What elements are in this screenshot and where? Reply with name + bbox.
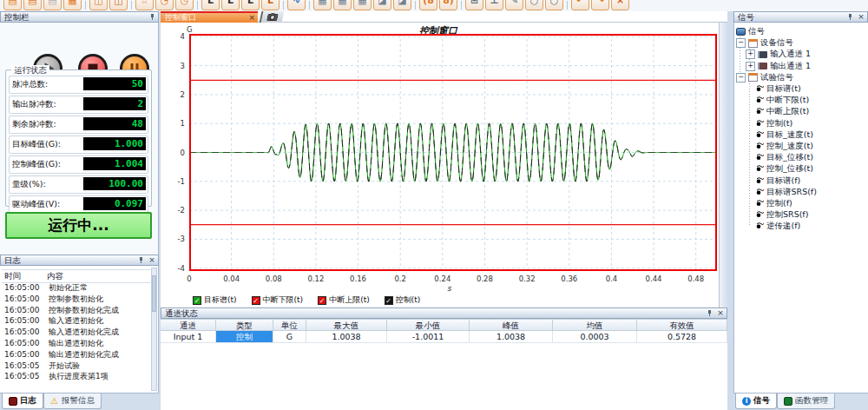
axis-icon[interactable]: ⊥ bbox=[485, 0, 503, 10]
tree-node[interactable]: 控制SRS(f) bbox=[746, 209, 808, 221]
close-icon[interactable]: × bbox=[148, 256, 156, 265]
plot-area[interactable] bbox=[189, 34, 717, 271]
tab-信号[interactable]: i信号 bbox=[735, 393, 777, 409]
log-row: 16:05:00初始化正常 bbox=[2, 282, 150, 294]
tree-node[interactable]: 中断下限(t) bbox=[746, 95, 809, 106]
wave-file-icon[interactable]: ∿ bbox=[287, 0, 306, 10]
tab-close-icon[interactable]: × bbox=[248, 13, 255, 22]
tree-node[interactable]: 控制(f) bbox=[746, 198, 792, 209]
log-scrollbar[interactable] bbox=[151, 268, 157, 391]
tab-label: 报警信息 bbox=[62, 395, 95, 407]
output-channel-icon bbox=[758, 63, 767, 69]
legend-item: ✓目标谱(t) bbox=[193, 294, 237, 306]
zoom-in-icon[interactable]: ○ bbox=[525, 0, 543, 10]
column-header: 峰值 bbox=[470, 319, 553, 331]
info-icon: i bbox=[742, 397, 751, 406]
x-tick-label: 0.36 bbox=[555, 274, 584, 283]
table-row[interactable]: Input 1控制G1.0038-1.00111.00380.00030.572… bbox=[161, 331, 727, 343]
clock-icon[interactable]: ◷ bbox=[175, 0, 194, 10]
tab-报警信息[interactable]: ⚠报警信息 bbox=[43, 393, 102, 409]
window-layout-icon[interactable]: ⊞ bbox=[465, 0, 483, 10]
open-file-icon[interactable]: ▤ bbox=[23, 0, 42, 10]
edit-icon[interactable]: ✎ bbox=[505, 0, 523, 10]
running-status-indicator: 运行中... bbox=[5, 212, 152, 239]
zoom-out-icon[interactable]: ○ bbox=[545, 0, 563, 10]
expand-icon[interactable]: + bbox=[746, 62, 755, 71]
table-grid-icon[interactable]: ▦ bbox=[353, 0, 372, 10]
log-row: 16:05:00控制参数初始化 bbox=[2, 294, 150, 305]
favorite-icon[interactable]: ☆ bbox=[135, 0, 154, 10]
close-icon[interactable]: × bbox=[716, 309, 725, 318]
status-field: 脉冲总数:50 bbox=[9, 76, 148, 94]
tree-node[interactable]: 目标谱(f) bbox=[746, 175, 800, 187]
tree-node[interactable]: 控制_速度(t) bbox=[746, 141, 813, 152]
file-add-icon[interactable]: ▦ bbox=[63, 0, 82, 10]
gauge-icon[interactable]: ◔ bbox=[155, 0, 174, 10]
pin-icon[interactable] bbox=[136, 256, 145, 265]
pin-icon[interactable] bbox=[845, 13, 854, 22]
legend-checkbox[interactable]: ✓ bbox=[252, 296, 260, 305]
tree-node[interactable]: 目标谱SRS(f) bbox=[746, 187, 817, 198]
legend-checkbox[interactable]: ✓ bbox=[193, 296, 201, 305]
cursor-hand-icon[interactable]: L bbox=[261, 0, 279, 10]
tree-node[interactable]: +输出通道 1 bbox=[746, 61, 811, 72]
log-message: 输出通道初始化 bbox=[44, 338, 103, 349]
chart-view-icon[interactable]: ◪ bbox=[373, 0, 391, 10]
tree-node[interactable]: 控制_位移(t) bbox=[746, 163, 813, 175]
tree-node[interactable]: 中断上限(t) bbox=[746, 106, 809, 117]
save-icon[interactable]: ◫ bbox=[89, 0, 108, 10]
delete-icon[interactable]: × bbox=[611, 0, 629, 10]
legend-label: 目标谱(t) bbox=[204, 294, 237, 306]
undo-icon[interactable]: ↶ bbox=[571, 0, 589, 10]
tree-node[interactable]: +输入通道 1 bbox=[746, 49, 811, 60]
pin-icon[interactable] bbox=[148, 13, 156, 22]
toolbar-separator bbox=[567, 1, 568, 10]
tab-control-window[interactable]: 控制窗口 × bbox=[161, 11, 258, 23]
file-disabled-icon[interactable]: ▤ bbox=[43, 0, 62, 10]
log-row: 16:05:00输出通道初始化完成 bbox=[2, 349, 150, 360]
tree-node[interactable]: 信号 bbox=[736, 26, 765, 37]
collapse-icon[interactable]: − bbox=[736, 73, 746, 83]
save-all-icon[interactable]: ◫ bbox=[109, 0, 128, 10]
log-time: 16:05:00 bbox=[2, 294, 44, 305]
legend-checkbox[interactable]: ✓ bbox=[385, 296, 393, 305]
tree-node-label: 控制(t) bbox=[766, 118, 792, 129]
document-tabbar: 控制窗口 × bbox=[161, 11, 727, 23]
tree-node[interactable]: 控制(t) bbox=[746, 118, 792, 129]
table-view-icon[interactable]: ▦ bbox=[313, 0, 332, 10]
toolbar-separator bbox=[131, 1, 132, 10]
new-file-icon[interactable]: ▤ bbox=[3, 0, 22, 10]
expand-icon[interactable]: + bbox=[746, 50, 755, 59]
status-field-label: 驱动峰值(V): bbox=[12, 199, 60, 210]
tree-node[interactable]: 目标_速度(t) bbox=[746, 129, 813, 141]
tree-node[interactable]: 目标_位移(t) bbox=[746, 152, 813, 163]
tree-node[interactable]: 目标谱(t) bbox=[746, 83, 801, 95]
control-panel: 运行状态 脉冲总数:50输出脉冲数:2剩余脉冲数:48目标峰值(G):1.000… bbox=[0, 23, 159, 255]
tab-日志[interactable]: 日志 bbox=[2, 393, 43, 409]
snapshot-tab[interactable] bbox=[260, 11, 285, 23]
chart-scrollbar[interactable] bbox=[719, 23, 727, 308]
tree-node[interactable]: −试验信号 bbox=[736, 72, 793, 83]
unlink-icon[interactable]: 8) bbox=[439, 0, 457, 10]
log-x-axis-icon[interactable]: L bbox=[201, 0, 220, 10]
log-y-axis-icon[interactable]: L bbox=[221, 0, 240, 10]
redo-icon[interactable]: ↷ bbox=[591, 0, 609, 10]
tree-node[interactable]: −设备信号 bbox=[736, 37, 793, 49]
link-icon[interactable]: (8 bbox=[419, 0, 437, 10]
log-xy-axis-icon[interactable]: L bbox=[241, 0, 260, 10]
toolbar-separator bbox=[415, 1, 416, 10]
toolbar-separator bbox=[85, 1, 86, 10]
table-split-icon[interactable]: ▦ bbox=[333, 0, 352, 10]
legend-checkbox[interactable]: ✓ bbox=[318, 296, 326, 305]
tree-node[interactable]: 逆传递(f) bbox=[746, 221, 800, 232]
tab-函数管理[interactable]: 函数管理 bbox=[777, 393, 835, 409]
collapse-icon[interactable]: − bbox=[736, 38, 746, 48]
signal-root-icon bbox=[736, 28, 746, 36]
y-tick-label: 1 bbox=[161, 119, 185, 128]
right-splitter[interactable] bbox=[727, 11, 733, 410]
channel-status-title: 通道状态 bbox=[165, 308, 198, 318]
close-icon[interactable]: × bbox=[857, 13, 865, 22]
x-tick-label: 0.44 bbox=[639, 274, 668, 283]
chart-edit-icon[interactable]: ◪ bbox=[393, 0, 411, 10]
pin-icon[interactable] bbox=[705, 309, 713, 318]
